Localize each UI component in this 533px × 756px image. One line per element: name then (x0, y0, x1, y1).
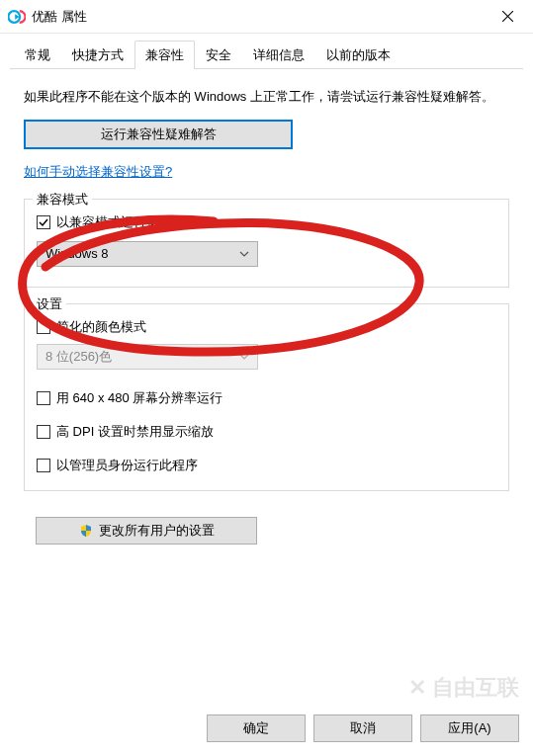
tab-shortcut[interactable]: 快捷方式 (61, 41, 134, 69)
chevron-down-icon (239, 251, 249, 257)
tab-strip: 常规 快捷方式 兼容性 安全 详细信息 以前的版本 (0, 34, 533, 69)
resolution-label: 用 640 x 480 屏幕分辨率运行 (56, 389, 222, 407)
ok-button[interactable]: 确定 (207, 714, 306, 742)
color-mode-select: 8 位(256)色 (37, 344, 258, 370)
manual-settings-link[interactable]: 如何手动选择兼容性设置? (24, 163, 172, 181)
compat-mode-title: 兼容模式 (33, 191, 92, 209)
dpi-checkbox[interactable] (37, 425, 50, 439)
resolution-row[interactable]: 用 640 x 480 屏幕分辨率运行 (37, 389, 496, 407)
watermark: ✕ 自由互联 (408, 667, 527, 707)
troubleshoot-button[interactable]: 运行兼容性疑难解答 (24, 120, 293, 149)
youku-icon (8, 8, 26, 26)
shield-icon (79, 524, 93, 538)
tab-security[interactable]: 安全 (195, 41, 242, 69)
compat-os-select[interactable]: Windows 8 (37, 241, 258, 267)
dpi-label: 高 DPI 设置时禁用显示缩放 (56, 423, 214, 441)
reduced-color-row[interactable]: 简化的颜色模式 (37, 318, 496, 336)
dialog-footer: 确定 取消 应用(A) (0, 703, 533, 756)
cancel-button[interactable]: 取消 (313, 714, 412, 742)
admin-label: 以管理员身份运行此程序 (56, 457, 198, 474)
troubleshoot-button-label: 运行兼容性疑难解答 (101, 126, 217, 143)
close-icon (502, 11, 513, 22)
settings-title: 设置 (33, 295, 66, 313)
compat-mode-group: 兼容模式 以兼容模式运行这个程序: Windows 8 (24, 199, 509, 288)
compat-mode-label: 以兼容模式运行这个程序: (56, 213, 202, 231)
chevron-down-icon (239, 354, 249, 360)
tab-general[interactable]: 常规 (14, 41, 61, 69)
dpi-row[interactable]: 高 DPI 设置时禁用显示缩放 (37, 423, 496, 441)
color-mode-value: 8 位(256)色 (45, 348, 112, 366)
resolution-checkbox[interactable] (37, 391, 50, 405)
admin-row[interactable]: 以管理员身份运行此程序 (37, 457, 496, 474)
tab-details[interactable]: 详细信息 (242, 41, 315, 69)
intro-text: 如果此程序不能在这个版本的 Windows 上正常工作，请尝试运行兼容性疑难解答… (24, 87, 509, 108)
admin-checkbox[interactable] (37, 459, 50, 472)
tab-compatibility[interactable]: 兼容性 (134, 41, 195, 69)
titlebar: 优酷 属性 (0, 0, 533, 34)
compat-os-value: Windows 8 (45, 246, 109, 261)
tab-content: 如果此程序不能在这个版本的 Windows 上正常工作，请尝试运行兼容性疑难解答… (0, 69, 533, 554)
reduced-color-checkbox[interactable] (37, 320, 50, 334)
reduced-color-label: 简化的颜色模式 (56, 318, 146, 336)
svg-text:✕ 自由互联: ✕ 自由互联 (408, 675, 520, 700)
all-users-label: 更改所有用户的设置 (99, 522, 215, 540)
apply-button[interactable]: 应用(A) (420, 714, 519, 742)
settings-group: 设置 简化的颜色模式 8 位(256)色 用 640 x 480 屏幕分辨率运行… (24, 303, 509, 491)
all-users-button[interactable]: 更改所有用户的设置 (36, 517, 257, 545)
window-title: 优酷 属性 (32, 8, 486, 26)
compat-mode-checkbox[interactable] (37, 215, 50, 229)
close-button[interactable] (486, 2, 529, 32)
checkmark-icon (39, 217, 48, 227)
compat-mode-checkbox-row[interactable]: 以兼容模式运行这个程序: (37, 213, 496, 231)
tab-previous-versions[interactable]: 以前的版本 (315, 41, 401, 69)
